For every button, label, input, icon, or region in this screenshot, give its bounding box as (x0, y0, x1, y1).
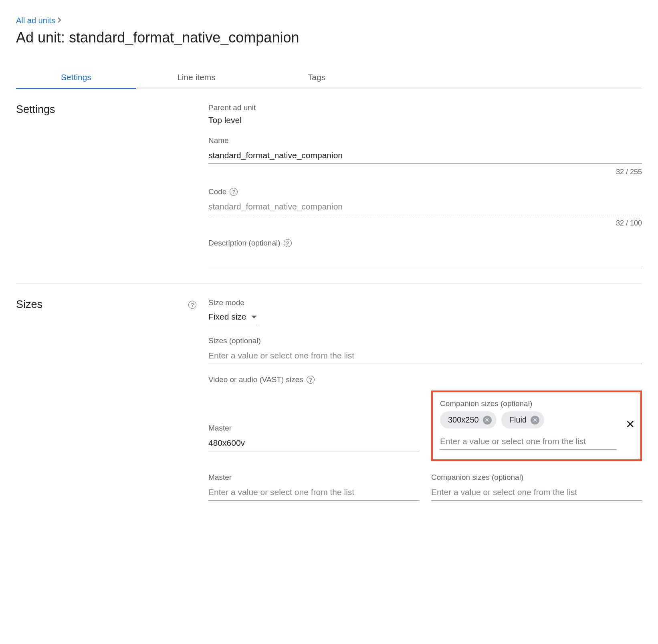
page-title: Ad unit: standard_format_native_companio… (16, 29, 642, 46)
field-name: Name 32 / 255 (208, 136, 642, 176)
companion-col: Companion sizes (optional) (431, 473, 642, 501)
tab-line-items[interactable]: Line items (136, 65, 256, 89)
companion-highlight: Companion sizes (optional) 300x250 ✕ Flu… (431, 390, 642, 461)
input-sizes[interactable] (208, 348, 642, 364)
counter-code: 32 / 100 (208, 219, 642, 227)
chip-label: 300x250 (448, 415, 479, 425)
master-col: Master (208, 424, 419, 461)
select-size-mode[interactable]: Fixed size (208, 310, 257, 325)
input-companion[interactable] (431, 485, 642, 501)
field-parent-ad-unit: Parent ad unit Top level (208, 103, 642, 125)
counter-name: 32 / 255 (208, 168, 642, 176)
breadcrumb: All ad units (16, 16, 642, 25)
label-size-mode: Size mode (208, 298, 642, 307)
value-parent-ad-unit: Top level (208, 115, 642, 125)
label-parent-ad-unit: Parent ad unit (208, 103, 642, 112)
chevron-right-icon (58, 16, 62, 25)
tabs: Settings Line items Tags (16, 65, 642, 89)
label-companion: Companion sizes (optional) (431, 473, 642, 482)
help-icon[interactable]: ? (307, 376, 315, 384)
section-heading-settings: Settings (16, 103, 55, 116)
vast-row: Master Companion sizes (optional) (208, 473, 642, 501)
input-master[interactable] (208, 436, 419, 451)
field-size-mode: Size mode Fixed size (208, 298, 642, 325)
input-name[interactable] (208, 148, 642, 164)
label-code: Code ? (208, 187, 642, 196)
close-icon[interactable]: ✕ (626, 419, 635, 430)
help-icon[interactable]: ? (284, 239, 292, 247)
tab-settings[interactable]: Settings (16, 65, 136, 89)
label-sizes: Sizes (optional) (208, 336, 642, 345)
label-master: Master (208, 473, 419, 482)
breadcrumb-link-all-ad-units[interactable]: All ad units (16, 16, 55, 25)
tab-tags[interactable]: Tags (256, 65, 377, 89)
chip-size: Fluid ✕ (501, 411, 544, 429)
label-description: Description (optional) ? (208, 239, 642, 248)
companion-col: Companion sizes (optional) 300x250 ✕ Flu… (431, 390, 642, 461)
label-code-text: Code (208, 187, 226, 196)
field-sizes: Sizes (optional) (208, 336, 642, 364)
companion-chips: 300x250 ✕ Fluid ✕ (440, 411, 617, 429)
input-companion[interactable] (440, 434, 617, 450)
section-sizes: Sizes ? Size mode Fixed size Sizes (opti… (16, 284, 642, 527)
section-heading-sizes: Sizes (16, 298, 42, 311)
input-master[interactable] (208, 485, 419, 501)
label-companion: Companion sizes (optional) (440, 399, 617, 408)
label-description-text: Description (optional) (208, 239, 281, 248)
label-vast-sizes: Video or audio (VAST) sizes ? (208, 375, 642, 384)
select-size-mode-value: Fixed size (208, 312, 246, 322)
input-description[interactable] (208, 251, 642, 269)
help-icon[interactable]: ? (230, 188, 238, 196)
chip-remove-icon[interactable]: ✕ (483, 416, 492, 425)
caret-down-icon (251, 316, 257, 318)
label-name: Name (208, 136, 642, 145)
master-col: Master (208, 473, 419, 501)
input-code (208, 199, 642, 215)
chip-size: 300x250 ✕ (440, 411, 497, 429)
chip-label: Fluid (509, 415, 527, 425)
label-master: Master (208, 424, 419, 433)
chip-remove-icon[interactable]: ✕ (531, 416, 539, 425)
help-icon[interactable]: ? (188, 301, 196, 309)
field-vast-sizes: Video or audio (VAST) sizes ? (208, 375, 642, 384)
label-vast-sizes-text: Video or audio (VAST) sizes (208, 375, 303, 384)
section-settings: Settings Parent ad unit Top level Name 3… (16, 89, 642, 284)
field-description: Description (optional) ? (208, 239, 642, 269)
field-code: Code ? 32 / 100 (208, 187, 642, 227)
vast-row: Master Companion sizes (optional) 300x25… (208, 390, 642, 461)
